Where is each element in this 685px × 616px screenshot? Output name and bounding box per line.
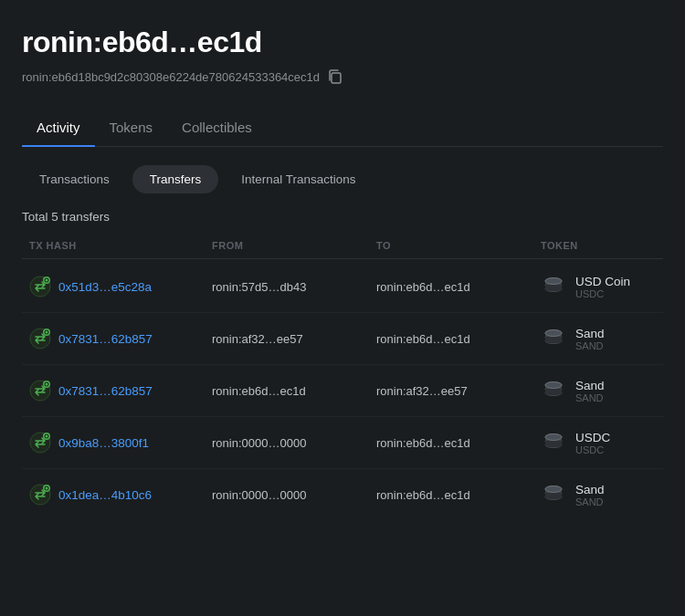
tx-hash-text[interactable]: 0x51d3…e5c28a — [58, 280, 152, 294]
to-address: ronin:eb6d…ec1d — [376, 280, 541, 294]
token-icon — [541, 326, 566, 351]
to-address: ronin:af32…ee57 — [376, 384, 541, 398]
token-symbol: SAND — [575, 340, 605, 351]
tab-collectibles[interactable]: Collectibles — [167, 110, 267, 146]
col-token: TOKEN — [541, 240, 656, 251]
table-row: 0x1dea…4b10c6 ronin:0000…0000 ronin:eb6d… — [22, 469, 663, 520]
from-address: ronin:af32…ee57 — [212, 332, 376, 346]
table-header: TX HASH FROM TO TOKEN — [22, 236, 663, 259]
token-info: Sand SAND — [575, 327, 605, 351]
svg-point-6 — [545, 278, 562, 285]
token-name: Sand — [575, 483, 605, 496]
col-tx-hash: TX HASH — [29, 240, 212, 251]
sub-tabs: Transactions Transfers Internal Transact… — [22, 165, 663, 193]
svg-point-4 — [46, 279, 48, 282]
token-info: USDC USDC — [575, 431, 610, 455]
table-row: 0x9ba8…3800f1 ronin:0000…0000 ronin:eb6d… — [22, 417, 663, 469]
token-icon — [541, 378, 566, 403]
copy-icon[interactable] — [327, 68, 343, 85]
token-info: Sand SAND — [575, 483, 605, 507]
svg-point-30 — [545, 486, 562, 493]
token-symbol: USDC — [575, 444, 610, 455]
svg-rect-0 — [332, 73, 341, 83]
tx-hash-text[interactable]: 0x9ba8…3800f1 — [58, 436, 149, 450]
token-info: Sand SAND — [575, 379, 605, 403]
token-name: Sand — [575, 327, 605, 340]
sub-tab-transfers[interactable]: Transfers — [132, 165, 219, 193]
table-row: 0x7831…62b857 ronin:af32…ee57 ronin:eb6d… — [22, 313, 663, 365]
token-symbol: SAND — [575, 392, 605, 403]
tx-hash-text[interactable]: 0x7831…62b857 — [58, 332, 153, 346]
tx-hash-cell[interactable]: 0x1dea…4b10c6 — [29, 484, 212, 506]
token-symbol: USDC — [575, 288, 630, 299]
tx-hash-text[interactable]: 0x1dea…4b10c6 — [58, 488, 152, 502]
wallet-title: ronin:eb6d…ec1d — [22, 26, 663, 59]
tx-hash-cell[interactable]: 0x9ba8…3800f1 — [29, 432, 212, 454]
svg-point-12 — [545, 330, 562, 337]
token-name: USDC — [575, 431, 610, 444]
from-address: ronin:eb6d…ec1d — [212, 384, 376, 398]
tab-tokens[interactable]: Tokens — [95, 110, 168, 146]
token-cell: USDC USDC — [541, 430, 656, 455]
to-address: ronin:eb6d…ec1d — [376, 332, 541, 346]
sub-tab-internal-transactions[interactable]: Internal Transactions — [224, 165, 373, 193]
token-symbol: SAND — [575, 496, 605, 507]
svg-point-24 — [545, 434, 562, 441]
table-row: 0x7831…62b857 ronin:eb6d…ec1d ronin:af32… — [22, 365, 663, 417]
transfer-icon — [29, 484, 51, 506]
token-info: USD Coin USDC — [575, 275, 630, 299]
transfer-icon — [29, 380, 51, 402]
transfer-icon — [29, 432, 51, 454]
total-transfers-label: Total 5 transfers — [22, 210, 663, 224]
svg-point-22 — [46, 435, 48, 438]
svg-point-10 — [46, 331, 48, 334]
col-to: TO — [376, 240, 541, 251]
tx-hash-cell[interactable]: 0x7831…62b857 — [29, 380, 212, 402]
token-cell: USD Coin USDC — [541, 274, 656, 299]
token-cell: Sand SAND — [541, 482, 656, 507]
transfer-icon — [29, 276, 51, 298]
svg-point-28 — [46, 487, 48, 490]
token-name: Sand — [575, 379, 605, 392]
token-icon — [541, 482, 566, 507]
to-address: ronin:eb6d…ec1d — [376, 436, 541, 450]
token-cell: Sand SAND — [541, 378, 656, 403]
tx-hash-cell[interactable]: 0x51d3…e5c28a — [29, 276, 212, 298]
from-address: ronin:0000…0000 — [212, 436, 376, 450]
svg-point-16 — [46, 383, 48, 386]
table-row: 0x51d3…e5c28a ronin:57d5…db43 ronin:eb6d… — [22, 261, 663, 313]
transfer-icon — [29, 328, 51, 350]
token-icon — [541, 274, 566, 299]
table-body: 0x51d3…e5c28a ronin:57d5…db43 ronin:eb6d… — [22, 261, 663, 520]
to-address: ronin:eb6d…ec1d — [376, 488, 541, 502]
token-cell: Sand SAND — [541, 326, 656, 351]
tx-hash-text[interactable]: 0x7831…62b857 — [58, 384, 153, 398]
svg-point-18 — [545, 382, 562, 389]
tx-hash-cell[interactable]: 0x7831…62b857 — [29, 328, 212, 350]
tab-activity[interactable]: Activity — [22, 110, 95, 146]
wallet-full-address: ronin:eb6d18bc9d2c80308e6224de7806245333… — [22, 70, 320, 84]
col-from: FROM — [212, 240, 376, 251]
sub-tab-transactions[interactable]: Transactions — [22, 165, 127, 193]
from-address: ronin:57d5…db43 — [212, 280, 376, 294]
token-name: USD Coin — [575, 275, 630, 288]
token-icon — [541, 430, 566, 455]
from-address: ronin:0000…0000 — [212, 488, 376, 502]
main-tabs: Activity Tokens Collectibles — [22, 110, 663, 147]
